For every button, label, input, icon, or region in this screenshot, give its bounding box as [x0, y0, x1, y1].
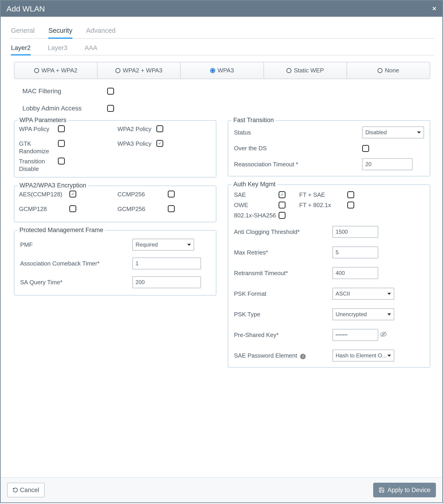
wpa-parameters-legend: WPA Parameters	[18, 117, 68, 124]
title-bar: Add WLAN ✕	[1, 1, 442, 17]
aes-ccmp128-checkbox[interactable]	[69, 191, 76, 198]
ccmp256-checkbox[interactable]	[168, 191, 175, 198]
max-retries-input[interactable]: 5	[332, 247, 378, 258]
over-the-ds-label: Over the DS	[234, 145, 362, 152]
sa-query-input[interactable]: 200	[132, 276, 201, 288]
apply-button-label: Apply to Device	[387, 486, 430, 494]
pre-shared-key-input[interactable]: ••••••••	[332, 329, 378, 341]
anti-clogging-value: 1500	[336, 229, 348, 235]
encryption-legend: WPA2/WPA3 Encryption	[18, 182, 88, 189]
8021x-sha256-checkbox[interactable]	[279, 212, 286, 219]
owe-checkbox[interactable]	[279, 202, 286, 208]
over-the-ds-checkbox[interactable]	[362, 145, 369, 152]
sa-query-label: SA Query Time*	[20, 279, 132, 286]
gtk-randomize-checkbox[interactable]	[58, 140, 65, 147]
assoc-comeback-input[interactable]: 1	[132, 257, 201, 270]
pmf-select[interactable]: Required	[132, 239, 194, 251]
wpa2-policy-label: WPA2 Policy	[118, 125, 154, 133]
mode-none[interactable]: None	[347, 62, 430, 79]
sae-password-element-select[interactable]: Hash to Element O...	[332, 350, 394, 361]
ft-sae-checkbox[interactable]	[347, 191, 354, 198]
wpa3-policy-label: WPA3 Policy	[118, 140, 154, 147]
wpa-policy-checkbox[interactable]	[58, 125, 65, 132]
ft-sae-label: FT + SAE	[299, 191, 347, 198]
psk-format-select[interactable]: ASCII	[332, 288, 394, 300]
sa-query-value: 200	[136, 279, 145, 286]
footer-bar: Cancel Apply to Device	[1, 477, 442, 502]
window-title: Add WLAN	[6, 4, 45, 13]
psk-format-label: PSK Format	[234, 290, 332, 297]
retransmit-timeout-input[interactable]: 400	[332, 267, 378, 279]
tab-advanced[interactable]: Advanced	[86, 24, 116, 38]
chevron-down-icon	[187, 244, 191, 246]
subtab-layer2[interactable]: Layer2	[11, 41, 31, 55]
sae-password-element-label: SAE Password Element i	[234, 352, 332, 359]
pmf-legend: Protected Management Frame	[18, 227, 105, 234]
tab-general[interactable]: General	[11, 24, 34, 38]
wpa2-policy-checkbox[interactable]	[156, 125, 163, 132]
psk-format-value: ASCII	[336, 290, 350, 297]
gcmp128-label: GCMP128	[19, 205, 67, 213]
chevron-down-icon	[417, 131, 421, 134]
apply-button[interactable]: Apply to Device	[373, 483, 436, 497]
subtab-aaa[interactable]: AAA	[85, 41, 97, 55]
max-retries-label: Max Retries*	[234, 249, 332, 256]
mode-wpa-wpa2[interactable]: WPA + WPA2	[15, 62, 98, 79]
security-mode-group: WPA + WPA2 WPA2 + WPA3 WPA3 Static WEP N…	[14, 62, 430, 79]
assoc-comeback-label: Association Comeback Timer*	[20, 260, 132, 267]
eye-icon[interactable]	[380, 331, 387, 339]
reassoc-timeout-label: Reassociation Timeout *	[234, 161, 362, 168]
chevron-down-icon	[387, 355, 391, 357]
aes-ccmp128-label: AES(CCMP128)	[19, 191, 67, 198]
wpa-parameters-fieldset: WPA Parameters WPA Policy WPA2 Policy GT…	[14, 120, 216, 178]
ft-status-select[interactable]: Disabled	[362, 126, 424, 138]
ccmp256-label: CCMP256	[118, 191, 166, 198]
transition-disable-checkbox[interactable]	[58, 158, 65, 164]
chevron-down-icon	[387, 313, 391, 315]
pre-shared-key-label: Pre-Shared Key*	[234, 331, 332, 339]
ft-status-value: Disabled	[365, 129, 387, 136]
lobby-admin-label: Lobby Admin Access	[22, 105, 84, 112]
tab-security[interactable]: Security	[48, 24, 72, 39]
psk-type-select[interactable]: Unencrypted	[332, 308, 394, 320]
ft-8021x-label: FT + 802.1x	[299, 202, 347, 209]
mode-static-wep-label: Static WEP	[294, 67, 324, 74]
sae-checkbox[interactable]	[279, 191, 286, 198]
gcmp256-checkbox[interactable]	[168, 205, 175, 212]
mode-static-wep[interactable]: Static WEP	[264, 62, 347, 79]
lobby-admin-checkbox[interactable]	[107, 105, 114, 112]
psk-type-label: PSK Type	[234, 311, 332, 318]
save-icon	[379, 487, 385, 493]
auth-key-mgmt-fieldset: Auth Key Mgmt SAE FT + SAE OWE FT + 802.…	[228, 184, 430, 368]
reassoc-timeout-input[interactable]: 20	[362, 158, 412, 170]
pmf-label: PMF	[20, 241, 132, 248]
fast-transition-legend: Fast Transition	[231, 117, 276, 124]
ft-8021x-checkbox[interactable]	[347, 202, 354, 208]
anti-clogging-label: Anti Clogging Threshold*	[234, 228, 332, 235]
subtab-layer3[interactable]: Layer3	[48, 41, 68, 55]
transition-disable-label: Transition Disable	[19, 158, 56, 173]
wpa3-policy-checkbox[interactable]	[156, 140, 163, 147]
close-icon[interactable]: ✕	[432, 5, 437, 12]
anti-clogging-input[interactable]: 1500	[332, 226, 378, 238]
pmf-fieldset: Protected Management Frame PMF Required …	[14, 230, 216, 296]
ft-status-label: Status	[234, 129, 362, 136]
encryption-fieldset: WPA2/WPA3 Encryption AES(CCMP128) CCMP25…	[14, 186, 216, 222]
content-scroll[interactable]: General Security Advanced Layer2 Layer3 …	[1, 17, 442, 477]
fast-transition-fieldset: Fast Transition Status Disabled Over the…	[228, 120, 430, 176]
pre-shared-key-value: ••••••••	[336, 333, 348, 337]
mac-filtering-checkbox[interactable]	[107, 88, 114, 95]
gcmp128-checkbox[interactable]	[69, 205, 76, 212]
8021x-sha256-label: 802.1x-SHA256	[234, 212, 279, 219]
undo-icon	[13, 487, 18, 493]
cancel-button[interactable]: Cancel	[7, 483, 45, 497]
wpa-policy-label: WPA Policy	[19, 125, 56, 133]
mode-wpa3[interactable]: WPA3	[181, 62, 264, 79]
auth-key-mgmt-legend: Auth Key Mgmt	[231, 181, 277, 188]
gcmp256-label: GCMP256	[118, 205, 166, 213]
chevron-down-icon	[387, 293, 391, 295]
mode-wpa2-wpa3[interactable]: WPA2 + WPA3	[98, 62, 181, 79]
info-icon[interactable]: i	[300, 354, 306, 359]
mac-filtering-label: MAC Filtering	[22, 88, 84, 95]
main-tabs: General Security Advanced	[10, 24, 434, 39]
